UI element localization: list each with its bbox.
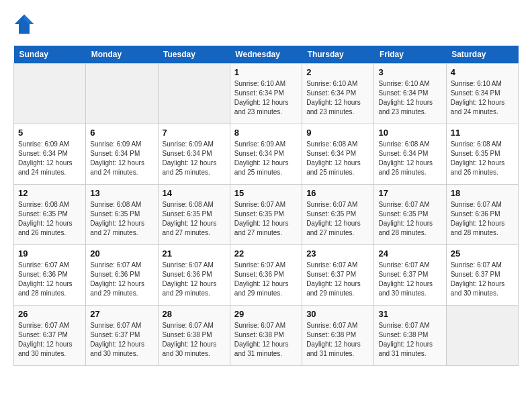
calendar-cell: 15Sunrise: 6:07 AM Sunset: 6:35 PM Dayli… <box>230 185 302 245</box>
day-info: Sunrise: 6:07 AM Sunset: 6:38 PM Dayligh… <box>306 321 369 359</box>
calendar-cell: 6Sunrise: 6:09 AM Sunset: 6:34 PM Daylig… <box>86 124 158 185</box>
day-number: 19 <box>18 248 81 259</box>
day-info: Sunrise: 6:07 AM Sunset: 6:36 PM Dayligh… <box>90 261 153 298</box>
calendar-cell: 8Sunrise: 6:09 AM Sunset: 6:34 PM Daylig… <box>230 124 302 185</box>
calendar-table: SundayMondayTuesdayWednesdayThursdayFrid… <box>13 46 519 366</box>
weekday-header-wednesday: Wednesday <box>230 46 302 64</box>
calendar-cell: 7Sunrise: 6:09 AM Sunset: 6:34 PM Daylig… <box>158 124 230 185</box>
day-number: 20 <box>90 248 153 259</box>
day-number: 28 <box>163 309 226 319</box>
day-info: Sunrise: 6:07 AM Sunset: 6:36 PM Dayligh… <box>451 200 514 238</box>
day-number: 9 <box>306 128 369 138</box>
calendar-cell: 16Sunrise: 6:07 AM Sunset: 6:35 PM Dayli… <box>302 185 374 245</box>
calendar-cell: 9Sunrise: 6:08 AM Sunset: 6:34 PM Daylig… <box>302 124 374 185</box>
week-row-2: 5Sunrise: 6:09 AM Sunset: 6:34 PM Daylig… <box>14 124 519 185</box>
day-info: Sunrise: 6:10 AM Sunset: 6:34 PM Dayligh… <box>306 79 369 117</box>
day-number: 6 <box>90 128 153 138</box>
calendar-cell: 21Sunrise: 6:07 AM Sunset: 6:36 PM Dayli… <box>158 245 230 306</box>
day-number: 21 <box>163 248 226 259</box>
day-number: 10 <box>378 128 441 138</box>
day-number: 11 <box>451 128 514 138</box>
calendar-cell: 30Sunrise: 6:07 AM Sunset: 6:38 PM Dayli… <box>302 306 374 366</box>
weekday-header-sunday: Sunday <box>14 46 86 64</box>
calendar-cell: 5Sunrise: 6:09 AM Sunset: 6:34 PM Daylig… <box>14 124 86 185</box>
day-number: 4 <box>451 67 514 77</box>
day-info: Sunrise: 6:09 AM Sunset: 6:34 PM Dayligh… <box>90 140 153 177</box>
calendar-cell: 25Sunrise: 6:07 AM Sunset: 6:37 PM Dayli… <box>446 245 518 306</box>
day-info: Sunrise: 6:07 AM Sunset: 6:36 PM Dayligh… <box>163 261 226 298</box>
day-info: Sunrise: 6:07 AM Sunset: 6:38 PM Dayligh… <box>234 321 298 359</box>
day-number: 13 <box>90 188 153 198</box>
logo-icon <box>13 13 35 35</box>
day-info: Sunrise: 6:07 AM Sunset: 6:37 PM Dayligh… <box>378 261 441 298</box>
day-info: Sunrise: 6:10 AM Sunset: 6:34 PM Dayligh… <box>451 79 514 117</box>
calendar-cell: 3Sunrise: 6:10 AM Sunset: 6:34 PM Daylig… <box>374 64 446 124</box>
calendar-cell <box>86 64 158 124</box>
day-number: 29 <box>234 309 298 319</box>
day-info: Sunrise: 6:08 AM Sunset: 6:35 PM Dayligh… <box>451 140 514 177</box>
weekday-header-row: SundayMondayTuesdayWednesdayThursdayFrid… <box>14 46 519 64</box>
day-info: Sunrise: 6:08 AM Sunset: 6:35 PM Dayligh… <box>90 200 153 238</box>
calendar-cell <box>158 64 230 124</box>
day-number: 27 <box>90 309 153 319</box>
calendar-cell: 18Sunrise: 6:07 AM Sunset: 6:36 PM Dayli… <box>446 185 518 245</box>
weekday-header-thursday: Thursday <box>302 46 374 64</box>
day-number: 22 <box>234 248 298 259</box>
day-info: Sunrise: 6:08 AM Sunset: 6:34 PM Dayligh… <box>378 140 441 177</box>
day-number: 30 <box>306 309 369 319</box>
week-row-4: 19Sunrise: 6:07 AM Sunset: 6:36 PM Dayli… <box>14 245 519 306</box>
weekday-header-monday: Monday <box>86 46 158 64</box>
week-row-5: 26Sunrise: 6:07 AM Sunset: 6:37 PM Dayli… <box>14 306 519 366</box>
calendar-cell: 23Sunrise: 6:07 AM Sunset: 6:37 PM Dayli… <box>302 245 374 306</box>
day-info: Sunrise: 6:07 AM Sunset: 6:37 PM Dayligh… <box>90 321 153 359</box>
week-row-3: 12Sunrise: 6:08 AM Sunset: 6:35 PM Dayli… <box>14 185 519 245</box>
calendar-cell: 19Sunrise: 6:07 AM Sunset: 6:36 PM Dayli… <box>14 245 86 306</box>
week-row-1: 1Sunrise: 6:10 AM Sunset: 6:34 PM Daylig… <box>14 64 519 124</box>
day-info: Sunrise: 6:07 AM Sunset: 6:37 PM Dayligh… <box>451 261 514 298</box>
day-info: Sunrise: 6:09 AM Sunset: 6:34 PM Dayligh… <box>18 140 81 177</box>
calendar-cell: 20Sunrise: 6:07 AM Sunset: 6:36 PM Dayli… <box>86 245 158 306</box>
day-number: 18 <box>451 188 514 198</box>
calendar-cell: 12Sunrise: 6:08 AM Sunset: 6:35 PM Dayli… <box>14 185 86 245</box>
day-info: Sunrise: 6:09 AM Sunset: 6:34 PM Dayligh… <box>163 140 226 177</box>
day-number: 23 <box>306 248 369 259</box>
page-header <box>13 13 519 35</box>
day-info: Sunrise: 6:07 AM Sunset: 6:38 PM Dayligh… <box>163 321 226 359</box>
calendar-cell: 13Sunrise: 6:08 AM Sunset: 6:35 PM Dayli… <box>86 185 158 245</box>
calendar-cell: 28Sunrise: 6:07 AM Sunset: 6:38 PM Dayli… <box>158 306 230 366</box>
weekday-header-saturday: Saturday <box>446 46 518 64</box>
calendar-cell: 10Sunrise: 6:08 AM Sunset: 6:34 PM Dayli… <box>374 124 446 185</box>
calendar-cell: 14Sunrise: 6:08 AM Sunset: 6:35 PM Dayli… <box>158 185 230 245</box>
calendar-cell: 17Sunrise: 6:07 AM Sunset: 6:35 PM Dayli… <box>374 185 446 245</box>
calendar-cell: 11Sunrise: 6:08 AM Sunset: 6:35 PM Dayli… <box>446 124 518 185</box>
day-number: 17 <box>378 188 441 198</box>
day-info: Sunrise: 6:08 AM Sunset: 6:35 PM Dayligh… <box>18 200 81 238</box>
day-number: 16 <box>306 188 369 198</box>
calendar-cell <box>14 64 86 124</box>
logo <box>13 13 38 35</box>
calendar-cell: 2Sunrise: 6:10 AM Sunset: 6:34 PM Daylig… <box>302 64 374 124</box>
calendar-cell: 29Sunrise: 6:07 AM Sunset: 6:38 PM Dayli… <box>230 306 302 366</box>
calendar-cell: 22Sunrise: 6:07 AM Sunset: 6:36 PM Dayli… <box>230 245 302 306</box>
day-info: Sunrise: 6:09 AM Sunset: 6:34 PM Dayligh… <box>234 140 298 177</box>
day-number: 5 <box>18 128 81 138</box>
day-number: 1 <box>234 67 298 77</box>
calendar-cell: 1Sunrise: 6:10 AM Sunset: 6:34 PM Daylig… <box>230 64 302 124</box>
day-number: 7 <box>163 128 226 138</box>
weekday-header-tuesday: Tuesday <box>158 46 230 64</box>
day-info: Sunrise: 6:07 AM Sunset: 6:35 PM Dayligh… <box>378 200 441 238</box>
day-number: 15 <box>234 188 298 198</box>
weekday-header-friday: Friday <box>374 46 446 64</box>
day-info: Sunrise: 6:07 AM Sunset: 6:38 PM Dayligh… <box>378 321 441 359</box>
day-number: 24 <box>378 248 441 259</box>
day-info: Sunrise: 6:08 AM Sunset: 6:35 PM Dayligh… <box>163 200 226 238</box>
day-info: Sunrise: 6:08 AM Sunset: 6:34 PM Dayligh… <box>306 140 369 177</box>
day-number: 31 <box>378 309 441 319</box>
day-info: Sunrise: 6:10 AM Sunset: 6:34 PM Dayligh… <box>378 79 441 117</box>
day-number: 2 <box>306 67 369 77</box>
day-info: Sunrise: 6:10 AM Sunset: 6:34 PM Dayligh… <box>234 79 298 117</box>
calendar-cell: 27Sunrise: 6:07 AM Sunset: 6:37 PM Dayli… <box>86 306 158 366</box>
day-number: 12 <box>18 188 81 198</box>
calendar-cell: 24Sunrise: 6:07 AM Sunset: 6:37 PM Dayli… <box>374 245 446 306</box>
calendar-cell: 4Sunrise: 6:10 AM Sunset: 6:34 PM Daylig… <box>446 64 518 124</box>
